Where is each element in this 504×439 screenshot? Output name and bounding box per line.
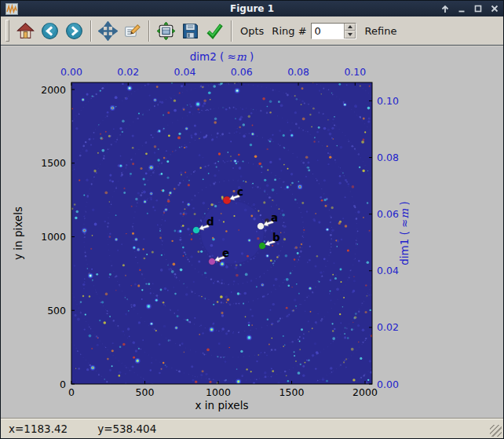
toolbar-separator bbox=[90, 20, 92, 42]
x-tick-label: 1500 bbox=[279, 386, 305, 398]
right-tick-label: 0.08 bbox=[377, 152, 399, 163]
top-tick-label: 0.10 bbox=[344, 66, 366, 78]
figure-window: Figure 1 bbox=[0, 0, 504, 439]
y-tick-label: 0 bbox=[60, 379, 66, 390]
toolbar-separator bbox=[148, 20, 150, 42]
edit-button[interactable] bbox=[120, 19, 144, 43]
back-icon bbox=[40, 21, 60, 41]
resize-grip[interactable] bbox=[490, 425, 502, 437]
maximize-button[interactable] bbox=[473, 3, 484, 14]
x-tick-label: 500 bbox=[136, 386, 155, 398]
top-tick-label: 0.04 bbox=[174, 66, 196, 78]
ring-number-label: Ring # bbox=[268, 25, 310, 37]
ring-number-input[interactable] bbox=[312, 24, 344, 38]
svg-text:b: b bbox=[272, 231, 280, 243]
y-tick-label: 500 bbox=[47, 305, 66, 316]
title-bar[interactable]: Figure 1 bbox=[1, 1, 503, 16]
top-tick-label: 0.00 bbox=[60, 66, 82, 78]
right-tick-label: 0.10 bbox=[377, 95, 399, 107]
minimize-button[interactable] bbox=[456, 3, 467, 14]
y-axis-label: y in pixels bbox=[12, 207, 24, 260]
top-axis-label: dim2 ( ≈m ) bbox=[190, 50, 254, 63]
right-axis-label: dim1 ( ≈m ) bbox=[398, 201, 411, 265]
home-button[interactable] bbox=[13, 19, 38, 43]
top-tick-label: 0.06 bbox=[231, 66, 253, 78]
y-tick-label: 1500 bbox=[41, 157, 66, 169]
toolbar-separator bbox=[231, 20, 232, 42]
spin-down-icon bbox=[348, 33, 352, 36]
save-icon bbox=[181, 21, 200, 41]
x-tick-label: 1000 bbox=[206, 386, 231, 398]
apply-check-icon bbox=[205, 21, 225, 41]
home-icon bbox=[16, 21, 35, 41]
right-tick-label: 0.04 bbox=[377, 265, 399, 276]
edit-icon bbox=[122, 21, 142, 41]
right-tick-label: 0.00 bbox=[377, 379, 399, 390]
save-button[interactable] bbox=[178, 19, 203, 43]
y-tick-label: 1000 bbox=[41, 231, 66, 243]
refine-button[interactable]: Refine bbox=[361, 25, 401, 37]
toolbar: Opts Ring # Refine bbox=[1, 16, 503, 46]
configure-subplots-icon bbox=[156, 21, 176, 41]
svg-text:c: c bbox=[237, 185, 243, 198]
top-tick-label: 0.08 bbox=[287, 66, 309, 78]
ring-spin-up-button[interactable] bbox=[345, 24, 356, 31]
cursor-y-readout: y=538.404 bbox=[97, 423, 156, 435]
spin-buttons bbox=[344, 24, 356, 38]
window-title: Figure 1 bbox=[1, 1, 503, 16]
status-bar: x=1183.42 y=538.404 bbox=[1, 418, 503, 438]
opts-button[interactable]: Opts bbox=[236, 25, 268, 37]
ring-spin-down-button[interactable] bbox=[345, 31, 356, 38]
right-tick-label: 0.02 bbox=[377, 321, 399, 333]
apply-button[interactable] bbox=[203, 19, 227, 43]
diffraction-plot[interactable]: abcde050010001500200005001000150020000.0… bbox=[1, 46, 504, 418]
x-tick-label: 0 bbox=[68, 386, 75, 398]
configure-subplots-button[interactable] bbox=[154, 19, 178, 43]
pan-icon bbox=[98, 21, 118, 41]
app-icon bbox=[5, 3, 18, 15]
top-tick-label: 0.02 bbox=[117, 66, 139, 78]
ring-spinbox[interactable] bbox=[311, 23, 356, 39]
window-controls bbox=[440, 3, 500, 14]
spin-up-icon bbox=[348, 25, 352, 28]
y-tick-label: 2000 bbox=[41, 84, 66, 96]
x-axis-label: x in pixels bbox=[195, 399, 249, 412]
back-button[interactable] bbox=[38, 19, 62, 43]
figure-canvas: abcde050010001500200005001000150020000.0… bbox=[1, 46, 504, 418]
close-button[interactable] bbox=[489, 3, 500, 14]
svg-text:a: a bbox=[271, 211, 278, 224]
forward-icon bbox=[64, 21, 84, 41]
x-tick-label: 2000 bbox=[352, 386, 378, 398]
right-tick-label: 0.06 bbox=[377, 208, 399, 220]
svg-text:e: e bbox=[222, 247, 229, 259]
forward-button[interactable] bbox=[62, 19, 86, 43]
svg-text:d: d bbox=[206, 215, 214, 228]
pan-button[interactable] bbox=[96, 19, 120, 43]
shade-button[interactable] bbox=[440, 3, 451, 14]
cursor-x-readout: x=1183.42 bbox=[9, 423, 68, 435]
toolbar-handle[interactable] bbox=[5, 20, 9, 42]
